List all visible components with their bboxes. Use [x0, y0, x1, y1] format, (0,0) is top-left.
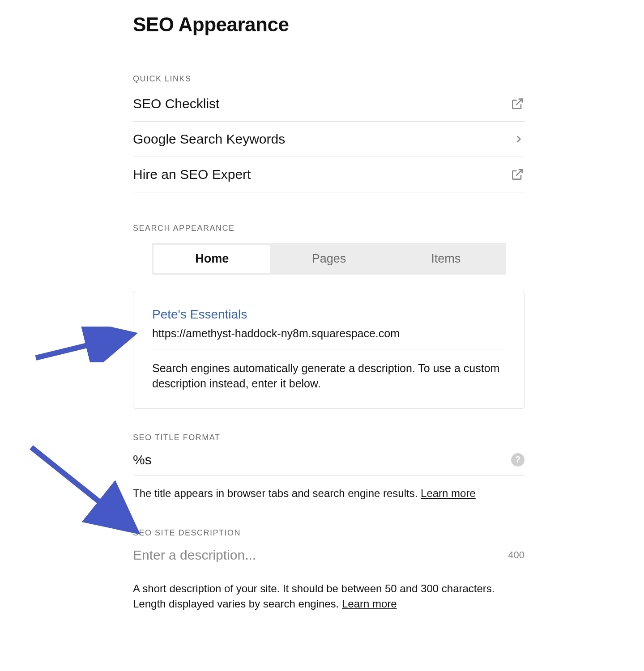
annotation-arrow-1: [31, 327, 139, 362]
divider: [152, 349, 505, 349]
preview-site-url: https://amethyst-haddock-ny8m.squarespac…: [152, 327, 505, 340]
svg-line-0: [516, 99, 522, 105]
seo-site-description-input[interactable]: Enter a description... 400: [133, 548, 525, 571]
helper-text: A short description of your site. It sho…: [133, 581, 525, 611]
quick-links-list: SEO Checklist Google Search Keywords Hir…: [133, 93, 525, 192]
helper-text-content: A short description of your site. It sho…: [133, 582, 495, 610]
preview-description: Search engines automatically generate a …: [152, 361, 505, 391]
external-link-icon: [510, 97, 525, 111]
input-placeholder: Enter a description...: [133, 548, 256, 563]
search-appearance-tabs: Home Pages Items: [152, 243, 506, 275]
chevron-right-icon: [513, 133, 525, 145]
page-title: SEO Appearance: [133, 13, 525, 36]
seo-site-description-label: SEO SITE DESCRIPTION: [133, 528, 525, 538]
svg-line-5: [31, 447, 132, 528]
quick-links-label: QUICK LINKS: [133, 74, 525, 84]
link-label: Google Search Keywords: [133, 132, 285, 147]
tab-pages[interactable]: Pages: [270, 245, 387, 273]
help-icon[interactable]: ?: [511, 453, 525, 467]
helper-text: The title appears in browser tabs and se…: [133, 486, 525, 501]
input-value: %s: [133, 452, 152, 467]
svg-line-1: [516, 170, 522, 175]
link-label: Hire an SEO Expert: [133, 167, 251, 182]
annotation-arrow-2: [27, 443, 143, 537]
quick-link-seo-checklist[interactable]: SEO Checklist: [133, 93, 525, 122]
external-link-icon: [510, 167, 525, 182]
learn-more-link[interactable]: Learn more: [421, 487, 476, 499]
preview-site-title: Pete's Essentials: [152, 307, 505, 322]
svg-line-3: [36, 336, 128, 358]
tab-items[interactable]: Items: [388, 245, 504, 273]
link-label: SEO Checklist: [133, 96, 219, 111]
char-counter: 400: [508, 549, 525, 561]
seo-title-format-label: SEO TITLE FORMAT: [133, 433, 525, 442]
quick-link-hire-expert[interactable]: Hire an SEO Expert: [133, 157, 525, 192]
helper-text-content: The title appears in browser tabs and se…: [133, 487, 421, 499]
settings-panel: SEO Appearance QUICK LINKS SEO Checklist…: [133, 13, 525, 639]
seo-title-format-input[interactable]: %s ?: [133, 452, 525, 476]
seo-title-format-section: SEO TITLE FORMAT %s ? The title appears …: [133, 433, 525, 501]
seo-site-description-section: SEO SITE DESCRIPTION Enter a description…: [133, 528, 525, 611]
quick-link-google-keywords[interactable]: Google Search Keywords: [133, 122, 525, 157]
search-appearance-label: SEARCH APPEARANCE: [133, 224, 525, 233]
search-preview-card: Pete's Essentials https://amethyst-haddo…: [133, 291, 525, 409]
learn-more-link[interactable]: Learn more: [342, 598, 397, 610]
tab-home[interactable]: Home: [154, 245, 270, 273]
